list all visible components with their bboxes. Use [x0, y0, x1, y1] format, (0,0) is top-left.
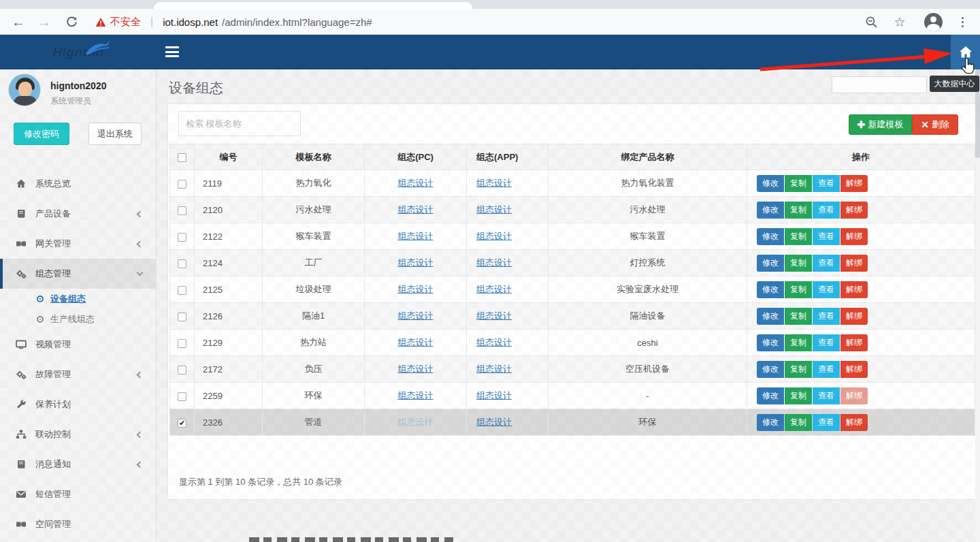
row-checkbox[interactable] — [178, 233, 186, 242]
view-action-button[interactable]: 查看 — [813, 281, 840, 298]
view-action-button[interactable]: 查看 — [813, 255, 840, 272]
back-icon[interactable]: ← — [7, 9, 30, 35]
copy-action-button[interactable]: 复制 — [785, 334, 812, 351]
pc-design-link[interactable]: 组态设计 — [398, 417, 434, 427]
unbind-action-button[interactable]: 解绑 — [840, 308, 868, 325]
edit-action-button[interactable]: 修改 — [757, 255, 784, 272]
security-warning-label[interactable]: 不安全 — [110, 16, 141, 29]
edit-action-button[interactable]: 修改 — [757, 202, 784, 219]
view-action-button[interactable]: 查看 — [813, 202, 840, 219]
bookmark-star-icon[interactable]: ☆ — [887, 9, 912, 35]
change-password-button[interactable]: 修改密码 — [14, 123, 69, 145]
unbind-action-button[interactable]: 解绑 — [840, 414, 868, 431]
browser-tab[interactable] — [154, 2, 472, 9]
omnibox[interactable]: 不安全 | iot.idosp.net/admin/index.html?lan… — [95, 9, 372, 35]
sidebar-subitem-3-0[interactable]: 设备组态 — [0, 289, 156, 309]
unbind-action-button[interactable]: 解绑 — [840, 202, 868, 219]
edit-action-button[interactable]: 修改 — [757, 414, 784, 431]
copy-action-button[interactable]: 复制 — [785, 361, 812, 378]
row-checkbox[interactable] — [178, 339, 186, 348]
forward-icon[interactable]: → — [33, 9, 56, 35]
copy-action-button[interactable]: 复制 — [785, 228, 812, 245]
new-template-button[interactable]: ✚新建模板 — [849, 114, 913, 135]
row-checkbox[interactable] — [178, 259, 186, 268]
copy-action-button[interactable]: 复制 — [785, 202, 812, 219]
view-action-button[interactable]: 查看 — [813, 228, 840, 245]
app-design-link[interactable]: 组态设计 — [476, 417, 512, 427]
pc-design-link[interactable]: 组态设计 — [398, 231, 434, 241]
row-checkbox[interactable] — [178, 206, 186, 215]
pc-design-link[interactable]: 组态设计 — [398, 390, 434, 400]
url-path[interactable]: /admin/index.html?language=zh# — [222, 16, 372, 28]
copy-action-button[interactable]: 复制 — [785, 414, 812, 431]
sidebar-subitem-3-1[interactable]: 生产线组态 — [0, 309, 156, 330]
pc-design-link[interactable]: 组态设计 — [398, 257, 434, 268]
reload-icon[interactable] — [60, 9, 83, 35]
sidebar-item-9[interactable]: 短信管理 — [0, 479, 156, 509]
pc-design-link[interactable]: 组态设计 — [398, 204, 434, 214]
sidebar-item-7[interactable]: 联动控制 — [0, 419, 156, 449]
row-checkbox[interactable]: ✔ — [178, 419, 186, 428]
select-all-checkbox[interactable] — [178, 153, 186, 162]
browser-menu-icon[interactable] — [956, 15, 969, 29]
app-design-link[interactable]: 组态设计 — [476, 337, 512, 347]
edit-action-button[interactable]: 修改 — [757, 175, 784, 192]
row-checkbox[interactable] — [178, 180, 186, 189]
sidebar-item-10[interactable]: 空间管理 — [0, 509, 156, 539]
copy-action-button[interactable]: 复制 — [785, 175, 812, 192]
app-design-link[interactable]: 组态设计 — [476, 364, 512, 374]
url-host[interactable]: iot.idosp.net — [163, 16, 218, 28]
browser-profile-avatar[interactable] — [924, 13, 943, 31]
sidebar-item-6[interactable]: 保养计划 — [0, 389, 156, 419]
edit-action-button[interactable]: 修改 — [757, 228, 784, 245]
sidebar-item-0[interactable]: 系统总览 — [0, 169, 156, 199]
app-design-link[interactable]: 组态设计 — [476, 178, 512, 188]
hamburger-menu-icon[interactable] — [165, 46, 179, 57]
copy-action-button[interactable]: 复制 — [785, 387, 812, 404]
sidebar-item-1[interactable]: 产品设备 — [0, 199, 156, 229]
sidebar-item-8[interactable]: 消息通知 — [0, 449, 156, 479]
view-action-button[interactable]: 查看 — [813, 387, 840, 404]
unbind-action-button[interactable]: 解绑 — [840, 334, 868, 351]
app-design-link[interactable]: 组态设计 — [476, 231, 512, 241]
scrollbar[interactable] — [975, 69, 980, 542]
view-action-button[interactable]: 查看 — [813, 175, 840, 192]
pc-design-link[interactable]: 组态设计 — [398, 284, 434, 294]
edit-action-button[interactable]: 修改 — [757, 361, 784, 378]
topbar-search-box[interactable] — [832, 76, 927, 93]
row-checkbox[interactable] — [178, 286, 186, 295]
copy-action-button[interactable]: 复制 — [785, 281, 812, 298]
delete-button[interactable]: ✕删除 — [912, 114, 958, 135]
copy-action-button[interactable]: 复制 — [785, 255, 812, 272]
sidebar-item-3[interactable]: 组态管理 — [0, 259, 156, 289]
unbind-action-button[interactable]: 解绑 — [840, 387, 868, 404]
edit-action-button[interactable]: 修改 — [757, 387, 784, 404]
copy-action-button[interactable]: 复制 — [785, 308, 812, 325]
big-data-center-home-button[interactable] — [951, 35, 980, 69]
view-action-button[interactable]: 查看 — [813, 414, 840, 431]
sidebar-item-5[interactable]: 故障管理 — [0, 360, 156, 389]
app-design-link[interactable]: 组态设计 — [476, 204, 512, 214]
user-avatar[interactable] — [8, 74, 41, 106]
unbind-action-button[interactable]: 解绑 — [840, 281, 868, 298]
app-design-link[interactable]: 组态设计 — [476, 284, 512, 294]
view-action-button[interactable]: 查看 — [813, 308, 840, 325]
view-action-button[interactable]: 查看 — [813, 361, 840, 378]
unbind-action-button[interactable]: 解绑 — [840, 255, 868, 272]
edit-action-button[interactable]: 修改 — [757, 281, 784, 298]
pc-design-link[interactable]: 组态设计 — [398, 337, 434, 347]
row-checkbox[interactable] — [178, 313, 186, 321]
view-action-button[interactable]: 查看 — [813, 334, 840, 351]
edit-action-button[interactable]: 修改 — [757, 334, 784, 351]
pc-design-link[interactable]: 组态设计 — [398, 364, 434, 374]
unbind-action-button[interactable]: 解绑 — [840, 361, 868, 378]
app-design-link[interactable]: 组态设计 — [476, 310, 512, 321]
unbind-action-button[interactable]: 解绑 — [840, 175, 868, 192]
sidebar-item-2[interactable]: 网关管理 — [0, 229, 156, 259]
edit-action-button[interactable]: 修改 — [757, 308, 784, 325]
zoom-out-icon[interactable] — [859, 9, 883, 35]
app-design-link[interactable]: 组态设计 — [476, 390, 512, 400]
row-checkbox[interactable] — [178, 392, 186, 401]
sidebar-item-4[interactable]: 视频管理 — [0, 330, 156, 360]
pc-design-link[interactable]: 组态设计 — [398, 310, 434, 321]
